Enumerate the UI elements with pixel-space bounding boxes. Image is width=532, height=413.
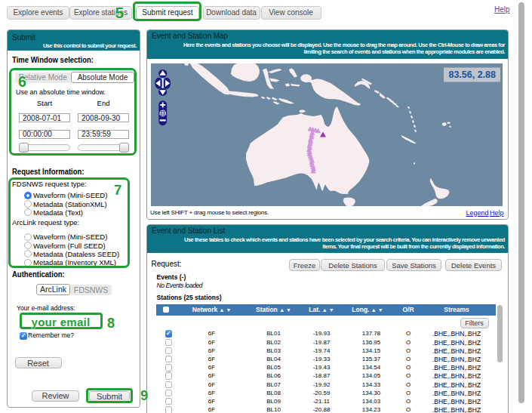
- svg-text:83.56, 2.88: 83.56, 2.88: [448, 69, 496, 80]
